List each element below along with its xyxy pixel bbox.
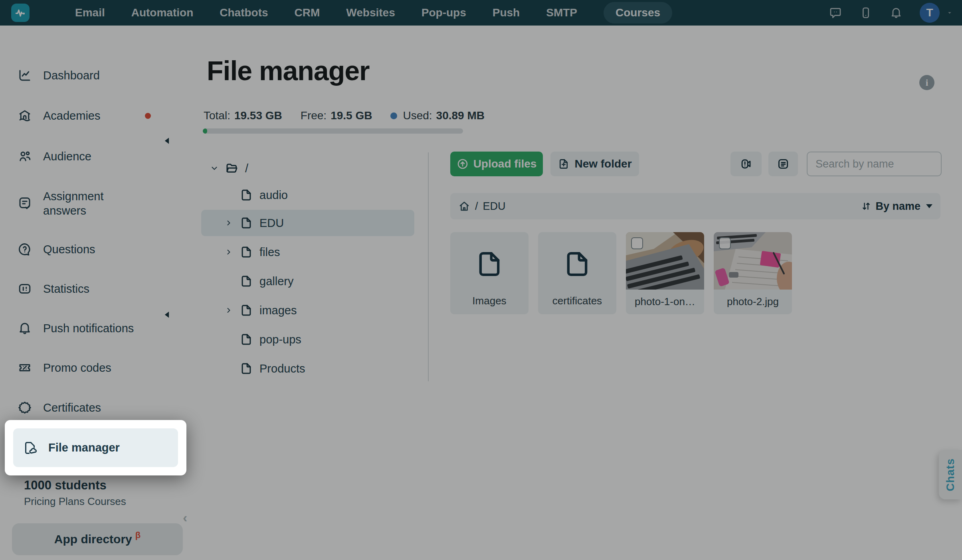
app-root: Email Automation Chatbots CRM Websites P… <box>0 0 962 560</box>
sidebar-item-file-manager[interactable]: File manager <box>13 428 178 467</box>
spotlight-highlight: File manager <box>5 420 186 475</box>
dim-overlay <box>0 0 962 560</box>
file-manager-icon <box>23 441 37 455</box>
sidebar-item-label: File manager <box>48 440 120 455</box>
